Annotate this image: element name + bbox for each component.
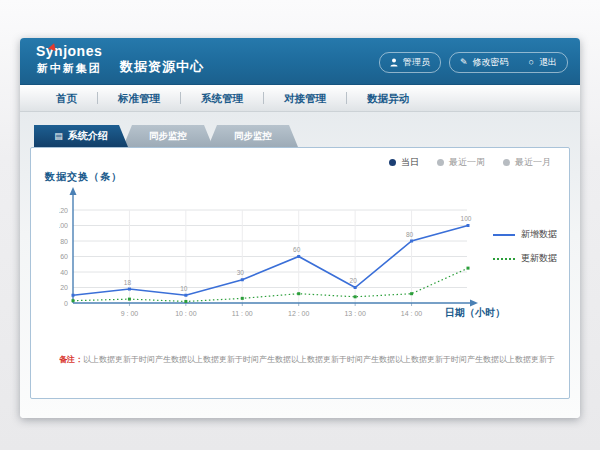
password-logout-group: ✎ 修改密码 ○ 退出 <box>449 52 568 73</box>
tab-sync-monitor-2[interactable]: 同步监控 <box>208 125 298 147</box>
company-name: 新中新集团 <box>36 61 102 75</box>
svg-text:14 : 00: 14 : 00 <box>401 310 423 317</box>
radio-last-week[interactable]: 最近一周 <box>437 156 485 169</box>
svg-text:18: 18 <box>124 279 132 286</box>
x-axis-title: 日期（小时） <box>445 306 505 320</box>
document-grid-icon: ▤ <box>54 132 63 141</box>
tab-system-intro[interactable]: ▤ 系统介绍 <box>34 125 128 147</box>
svg-text:11 : 00: 11 : 00 <box>232 310 253 317</box>
time-range-options: 当日 最近一周 最近一月 <box>389 156 551 169</box>
legend-item-new-data: 新增数据 <box>493 228 557 241</box>
content-area: ▤ 系统介绍 同步监控 同步监控 当日 最近一周 <box>20 112 580 418</box>
app-window: Synjones 新中新集团 数据资源中心 管理员 ✎ 修改密码 ○ 退出 首页… <box>20 38 580 418</box>
svg-text:80: 80 <box>406 231 414 238</box>
svg-text:100: 100 <box>461 215 472 222</box>
svg-text:20: 20 <box>350 277 358 284</box>
svg-text:10: 10 <box>180 285 188 292</box>
nav-item-data-change[interactable]: 数据异动 <box>347 85 429 111</box>
svg-text:12 : 00: 12 : 00 <box>288 310 310 317</box>
user-icon <box>390 58 398 67</box>
user-menu: 管理员 ✎ 修改密码 ○ 退出 <box>379 52 568 73</box>
svg-text:10 : 00: 10 : 00 <box>175 310 197 317</box>
tab-sync-monitor-1[interactable]: 同步监控 <box>123 125 213 147</box>
app-header: Synjones 新中新集团 数据资源中心 管理员 ✎ 修改密码 ○ 退出 <box>20 38 580 85</box>
nav-item-home[interactable]: 首页 <box>36 85 97 111</box>
footnote: 备注：以上数据更新于时间产生数据以上数据更新于时间产生数据以上数据更新于时间产生… <box>59 354 561 365</box>
svg-text:80: 80 <box>60 238 68 245</box>
chart-legend: 新增数据 更新数据 <box>493 228 557 265</box>
footnote-label: 备注： <box>59 355 83 364</box>
brand-logo: Synjones 新中新集团 <box>36 43 102 75</box>
brand-name: Synjones <box>36 43 102 59</box>
svg-text:9 : 00: 9 : 00 <box>121 310 139 317</box>
legend-item-updated-data: 更新数据 <box>493 252 557 265</box>
svg-text:100: 100 <box>59 222 68 229</box>
logout-button[interactable]: 退出 <box>539 56 557 69</box>
nav-item-connect-mgmt[interactable]: 对接管理 <box>264 85 346 111</box>
admin-button[interactable]: 管理员 <box>379 52 441 73</box>
footnote-text: 以上数据更新于时间产生数据以上数据更新于时间产生数据以上数据更新于时间产生数据以… <box>83 355 555 364</box>
chart-panel: 当日 最近一周 最近一月 数据交换（条） 0204060801001209 : … <box>30 147 570 399</box>
radio-dot-selected <box>389 159 396 166</box>
admin-label: 管理员 <box>403 56 430 69</box>
y-axis-title: 数据交换（条） <box>45 170 122 184</box>
svg-text:0: 0 <box>64 300 68 307</box>
svg-text:120: 120 <box>59 207 68 214</box>
page-title: 数据资源中心 <box>120 58 204 76</box>
main-nav: 首页 标准管理 系统管理 对接管理 数据异动 <box>20 85 580 112</box>
svg-text:60: 60 <box>293 246 301 253</box>
radio-today[interactable]: 当日 <box>389 156 419 169</box>
line-chart: 0204060801001209 : 0010 : 0011 : 0012 : … <box>59 186 489 324</box>
svg-text:40: 40 <box>60 269 68 276</box>
dotted-line-swatch <box>493 258 515 260</box>
nav-item-system-mgmt[interactable]: 系统管理 <box>181 85 263 111</box>
power-icon: ○ <box>529 58 534 67</box>
solid-line-swatch <box>493 234 515 236</box>
svg-text:30: 30 <box>237 269 245 276</box>
tab-label: 同步监控 <box>234 130 272 143</box>
radio-dot <box>437 159 444 166</box>
edit-icon: ✎ <box>460 58 468 67</box>
svg-text:60: 60 <box>60 253 68 260</box>
nav-item-standard-mgmt[interactable]: 标准管理 <box>98 85 180 111</box>
tab-label: 同步监控 <box>149 130 187 143</box>
radio-dot <box>503 159 510 166</box>
svg-text:20: 20 <box>60 284 68 291</box>
change-password-button[interactable]: 修改密码 <box>473 56 509 69</box>
svg-text:13 : 00: 13 : 00 <box>344 310 366 317</box>
radio-last-month[interactable]: 最近一月 <box>503 156 551 169</box>
tab-label: 系统介绍 <box>68 129 108 143</box>
tab-bar: ▤ 系统介绍 同步监控 同步监控 <box>34 125 298 147</box>
